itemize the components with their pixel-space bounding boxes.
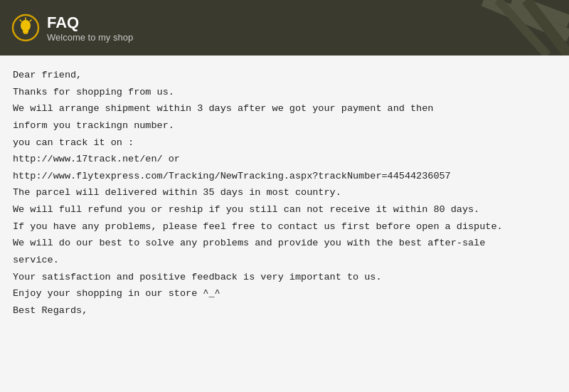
content-line: We will do our best to solve any problem… — [13, 235, 556, 252]
content-line: Your satisfaction and positive feedback … — [13, 269, 556, 286]
header-text-block: FAQ Welcome to my shop — [47, 14, 133, 43]
lightbulb-icon — [11, 14, 40, 42]
content-line: The parcel will delivered within 35 days… — [13, 184, 556, 201]
content-line: Best Regards, — [13, 302, 556, 319]
svg-line-10 — [30, 20, 31, 21]
svg-line-8 — [20, 20, 21, 21]
content-line: http://www.flytexpress.com/Tracking/NewT… — [13, 168, 556, 185]
header-subtitle: Welcome to my shop — [47, 32, 133, 43]
header-title: FAQ — [47, 14, 133, 32]
header-decoration — [427, 0, 569, 55]
message-body: Dear friend,Thanks for shopping from us.… — [13, 67, 556, 319]
content-line: We will full refund you or reship if you… — [13, 201, 556, 218]
svg-rect-6 — [23, 31, 28, 33]
page-header: FAQ Welcome to my shop — [0, 0, 569, 55]
content-line: inform you trackingn number. — [13, 117, 556, 134]
content-line: you can track it on : — [13, 134, 556, 152]
content-line: http://www.17track.net/en/ or — [13, 151, 556, 168]
content-line: Thanks for shopping from us. — [13, 84, 556, 101]
content-line: Dear friend, — [13, 67, 556, 84]
content-line: We will arrange shipment within 3 days a… — [13, 100, 556, 117]
content-area: Dear friend,Thanks for shopping from us.… — [0, 55, 569, 392]
svg-point-5 — [21, 20, 31, 31]
svg-rect-7 — [23, 33, 28, 34]
content-line: service. — [13, 252, 556, 269]
content-line: Enjoy your shopping in our store ^_^ — [13, 285, 556, 302]
content-line: If you have any problems, please feel fr… — [13, 218, 556, 235]
